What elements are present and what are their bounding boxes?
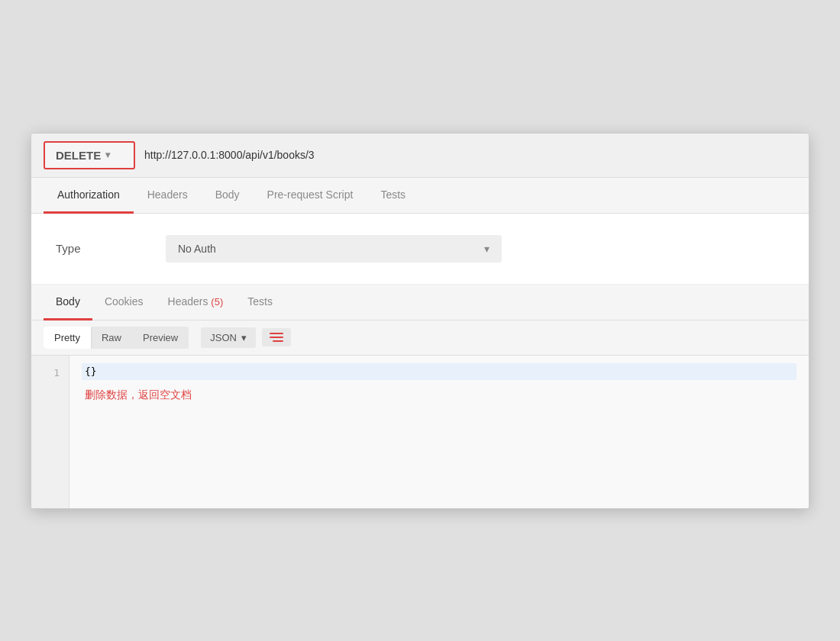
code-content[interactable]: {} 删除数据，返回空文档 [69,356,809,508]
line-numbers: 1 [31,356,69,508]
response-section: Body Cookies Headers (5) Tests Pretty Ra… [31,285,809,508]
view-pretty-button[interactable]: Pretty [44,327,91,349]
code-area: 1 {} 删除数据，返回空文档 [31,356,809,508]
code-line-1-text: {} [85,366,97,377]
response-tab-headers[interactable]: Headers (5) [156,285,236,320]
method-label: DELETE [56,149,101,162]
code-toolbar: Pretty Raw Preview JSON ▾ [31,320,809,356]
wrap-button[interactable] [262,328,291,346]
response-tab-tests[interactable]: Tests [235,285,285,320]
tab-headers[interactable]: Headers [134,178,202,214]
method-button[interactable]: DELETE ▾ [44,141,135,169]
response-tab-cookies[interactable]: Cookies [92,285,156,320]
auth-section: Type No Auth ▾ [31,214,809,285]
format-chevron-icon: ▾ [241,332,247,343]
format-select[interactable]: JSON ▾ [201,327,256,348]
tab-pre-request-script[interactable]: Pre-request Script [254,178,367,214]
response-tab-body[interactable]: Body [44,285,92,320]
auth-type-value: No Auth [178,243,216,255]
tab-authorization[interactable]: Authorization [44,178,134,214]
view-btn-group: Pretty Raw Preview [44,327,189,349]
view-preview-button[interactable]: Preview [132,327,189,349]
headers-badge: (5) [211,296,223,308]
line-number-1: 1 [31,365,69,382]
auth-select-chevron-icon: ▾ [484,243,489,255]
format-value: JSON [210,332,237,343]
response-tabs: Body Cookies Headers (5) Tests [31,285,809,320]
method-chevron-icon: ▾ [105,150,110,160]
auth-type-select[interactable]: No Auth ▾ [166,235,502,263]
top-bar: DELETE ▾ [31,134,809,178]
view-raw-button[interactable]: Raw [91,327,132,349]
request-tabs-section: Authorization Headers Body Pre-request S… [31,178,809,214]
auth-row: Type No Auth ▾ [56,235,784,263]
tab-tests[interactable]: Tests [367,178,419,214]
url-input[interactable] [144,146,796,164]
type-label: Type [56,242,147,255]
request-tabs: Authorization Headers Body Pre-request S… [31,178,809,213]
main-window: DELETE ▾ Authorization Headers Body Pre-… [31,133,809,509]
wrap-lines-icon [270,333,283,342]
tab-body[interactable]: Body [202,178,254,214]
code-line-1: {} [82,363,796,380]
code-comment: 删除数据，返回空文档 [82,380,796,403]
